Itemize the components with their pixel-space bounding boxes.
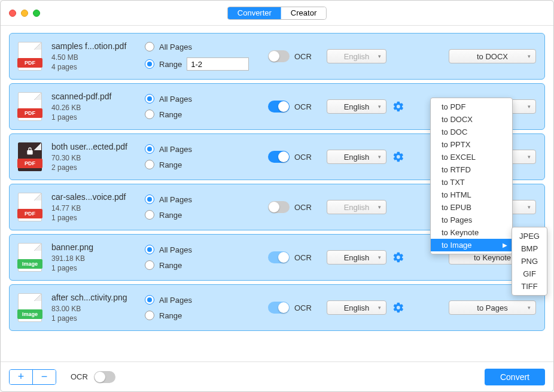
menu-item[interactable]: to Keynote bbox=[431, 226, 512, 239]
all-pages-radio[interactable] bbox=[145, 144, 154, 154]
file-pages: 2 pages bbox=[51, 163, 135, 172]
all-pages-radio[interactable] bbox=[145, 42, 154, 51]
language-group: English▾ bbox=[327, 99, 404, 114]
ocr-toggle[interactable] bbox=[268, 151, 290, 163]
chevron-down-icon: ▾ bbox=[378, 305, 381, 311]
ocr-group: OCR bbox=[268, 201, 317, 213]
menu-item[interactable]: to Pages bbox=[431, 214, 512, 226]
ocr-label: OCR bbox=[294, 203, 312, 212]
settings-gear-icon[interactable] bbox=[392, 251, 404, 263]
chevron-down-icon: ▾ bbox=[378, 104, 381, 110]
range-radio[interactable] bbox=[145, 260, 154, 270]
add-file-button[interactable]: + bbox=[10, 370, 32, 384]
submenu-item[interactable]: BMP bbox=[512, 242, 547, 255]
submenu-item[interactable]: TIFF bbox=[512, 280, 547, 293]
file-type-badge: PDF bbox=[17, 209, 42, 218]
output-format-select[interactable]: to DOCX▾ bbox=[449, 49, 536, 63]
file-name: banner.png bbox=[51, 242, 135, 252]
language-value: English bbox=[344, 203, 370, 212]
page-selection: All PagesRange bbox=[145, 42, 258, 71]
format-submenu[interactable]: JPEGBMPPNGGIFTIFF bbox=[512, 227, 547, 296]
close-button[interactable] bbox=[9, 10, 16, 17]
settings-gear-icon[interactable] bbox=[392, 302, 404, 314]
range-radio[interactable] bbox=[145, 110, 154, 119]
all-pages-radio[interactable] bbox=[145, 195, 154, 204]
convert-button[interactable]: Convert bbox=[485, 369, 545, 385]
menu-item[interactable]: to EXCEL bbox=[431, 151, 512, 163]
settings-gear-icon[interactable] bbox=[392, 151, 404, 163]
menu-item[interactable]: to DOCX bbox=[431, 113, 512, 126]
ocr-toggle[interactable] bbox=[268, 302, 290, 314]
menu-item[interactable]: to EPUB bbox=[431, 201, 512, 214]
all-pages-radio[interactable] bbox=[145, 295, 154, 305]
format-column: to Pages▾ bbox=[449, 300, 536, 315]
file-size: 83.00 KB bbox=[51, 305, 135, 313]
chevron-down-icon: ▾ bbox=[528, 305, 531, 311]
ocr-toggle[interactable] bbox=[268, 101, 290, 113]
range-label: Range bbox=[159, 60, 182, 69]
chevron-down-icon: ▾ bbox=[528, 53, 531, 59]
menu-item[interactable]: to TXT bbox=[431, 176, 512, 189]
page-selection: All PagesRange bbox=[145, 144, 258, 169]
all-pages-radio[interactable] bbox=[145, 94, 154, 104]
menu-item[interactable]: to Image▶ bbox=[431, 239, 512, 251]
ocr-group: OCR bbox=[268, 151, 317, 163]
menu-item[interactable]: to DOC bbox=[431, 126, 512, 138]
language-select[interactable]: English▾ bbox=[327, 250, 386, 265]
minimize-button[interactable] bbox=[21, 10, 28, 17]
page-selection: All PagesRange bbox=[145, 94, 258, 119]
settings-gear-icon[interactable] bbox=[392, 101, 404, 113]
output-format-select[interactable]: to Pages▾ bbox=[449, 300, 536, 315]
file-info: both user...ected.pdf70.30 KB2 pages bbox=[51, 142, 135, 172]
format-dropdown-menu[interactable]: to PDFto DOCXto DOCto PPTXto EXCELto RTF… bbox=[430, 98, 513, 254]
footer-bar: + − OCR Convert bbox=[1, 361, 553, 391]
footer-ocr-toggle[interactable] bbox=[94, 371, 115, 383]
titlebar: Converter Creator bbox=[1, 1, 553, 26]
range-input[interactable] bbox=[187, 57, 249, 71]
lock-icon bbox=[25, 147, 35, 156]
language-group: English▾ bbox=[327, 250, 404, 265]
file-info: samples f...otion.pdf4.50 MB4 pages bbox=[51, 41, 135, 71]
ocr-toggle[interactable] bbox=[268, 251, 290, 263]
file-type-badge: PDF bbox=[17, 159, 42, 168]
maximize-button[interactable] bbox=[33, 10, 40, 17]
file-pages: 1 pages bbox=[51, 314, 135, 323]
menu-item[interactable]: to RTFD bbox=[431, 163, 512, 176]
all-pages-radio[interactable] bbox=[145, 245, 154, 254]
file-info: banner.png391.18 KB1 pages bbox=[51, 242, 135, 272]
language-select[interactable]: English▾ bbox=[327, 99, 386, 114]
file-row[interactable]: PDFsamples f...otion.pdf4.50 MB4 pagesAl… bbox=[9, 33, 545, 80]
ocr-toggle[interactable] bbox=[268, 201, 290, 213]
file-pages: 4 pages bbox=[51, 63, 135, 71]
format-value: to DOCX bbox=[477, 52, 508, 61]
range-radio[interactable] bbox=[145, 311, 154, 320]
language-select: English▾ bbox=[327, 200, 386, 214]
language-select[interactable]: English▾ bbox=[327, 150, 386, 164]
remove-file-button[interactable]: − bbox=[33, 370, 56, 384]
add-remove-group: + − bbox=[9, 369, 56, 385]
range-label: Range bbox=[159, 311, 182, 320]
submenu-item[interactable]: PNG bbox=[512, 255, 547, 268]
range-radio[interactable] bbox=[145, 210, 154, 220]
language-select[interactable]: English▾ bbox=[327, 300, 386, 315]
file-pages: 1 pages bbox=[51, 264, 135, 272]
submenu-item[interactable]: GIF bbox=[512, 268, 547, 280]
file-row[interactable]: Imageafter sch...ctivity.png83.00 KB1 pa… bbox=[9, 284, 545, 331]
file-size: 40.26 KB bbox=[51, 104, 135, 112]
range-radio[interactable] bbox=[145, 160, 154, 169]
ocr-toggle[interactable] bbox=[268, 50, 290, 62]
ocr-group: OCR bbox=[268, 251, 317, 263]
all-pages-label: All Pages bbox=[159, 145, 192, 154]
menu-item[interactable]: to HTML bbox=[431, 189, 512, 201]
chevron-down-icon: ▾ bbox=[528, 204, 531, 210]
range-radio[interactable] bbox=[145, 59, 154, 69]
file-name: after sch...ctivity.png bbox=[51, 293, 135, 302]
menu-item[interactable]: to PDF bbox=[431, 101, 512, 113]
footer-ocr-group: OCR bbox=[71, 371, 115, 383]
chevron-down-icon: ▾ bbox=[378, 204, 381, 210]
menu-item[interactable]: to PPTX bbox=[431, 138, 512, 151]
tab-converter[interactable]: Converter bbox=[228, 7, 281, 19]
submenu-item[interactable]: JPEG bbox=[512, 230, 547, 242]
ocr-label: OCR bbox=[294, 102, 312, 111]
tab-creator[interactable]: Creator bbox=[281, 7, 326, 19]
